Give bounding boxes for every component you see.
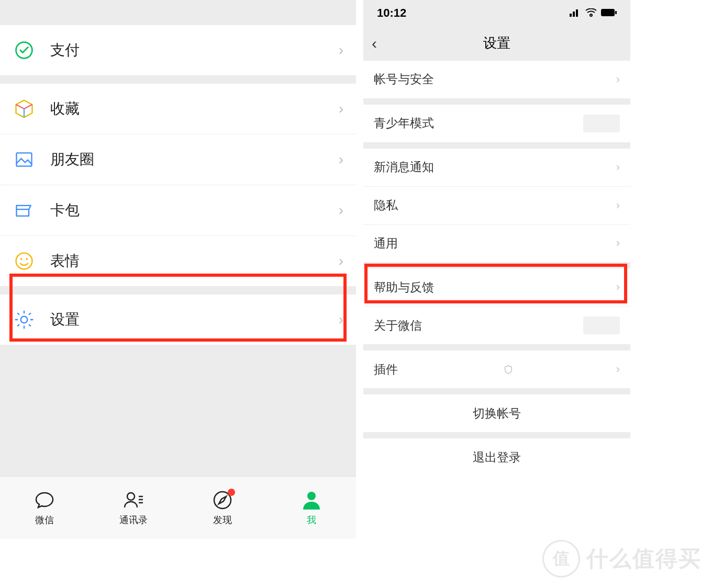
status-bar: 10:12: [363, 0, 630, 26]
row-pay[interactable]: 支付 ›: [0, 25, 356, 75]
row-label: 收藏: [50, 99, 339, 119]
svg-rect-10: [573, 12, 575, 17]
wallet-icon: [13, 199, 36, 222]
status-time: 10:12: [377, 6, 406, 20]
divider: [363, 262, 630, 268]
chevron-right-icon: ›: [339, 42, 343, 59]
svg-point-5: [21, 316, 28, 323]
divider: [0, 286, 356, 295]
divider: [0, 75, 356, 84]
row-label: 关于微信: [374, 318, 583, 334]
tab-me[interactable]: 我: [267, 477, 356, 539]
row-logout[interactable]: 退出登录: [363, 438, 630, 476]
divider: [363, 344, 630, 350]
divider: [363, 142, 630, 149]
tab-bar: 微信 通讯录 发现 我: [0, 476, 356, 539]
watermark-badge: 值: [542, 540, 580, 578]
person-icon: [301, 490, 322, 511]
row-label: 朋友圈: [50, 150, 339, 169]
divider: [363, 388, 630, 394]
chevron-right-icon: ›: [616, 236, 620, 250]
row-label: 表情: [50, 251, 339, 271]
svg-point-4: [26, 258, 28, 261]
redacted-value: [583, 316, 620, 334]
row-label: 支付: [50, 40, 339, 60]
chevron-right-icon: ›: [339, 151, 343, 168]
tab-discover[interactable]: 发现: [178, 477, 267, 539]
row-general[interactable]: 通用 ›: [363, 225, 630, 263]
row-label: 卡包: [50, 200, 339, 220]
chevron-right-icon: ›: [339, 100, 343, 117]
tab-label: 通讯录: [119, 514, 148, 526]
chevron-right-icon: ›: [616, 161, 620, 174]
tab-label: 发现: [213, 514, 232, 526]
chat-icon: [34, 490, 55, 511]
row-label: 帮助与反馈: [374, 279, 616, 296]
tab-chat[interactable]: 微信: [0, 477, 89, 539]
svg-point-3: [20, 258, 23, 261]
cube-icon: [13, 97, 36, 120]
row-switch-account[interactable]: 切换帐号: [363, 394, 630, 432]
svg-point-8: [307, 492, 316, 500]
chevron-right-icon: ›: [616, 73, 620, 86]
signal-icon: [570, 6, 581, 20]
row-notifications[interactable]: 新消息通知 ›: [363, 149, 630, 186]
smile-icon: [13, 250, 36, 273]
gear-icon: [13, 308, 36, 331]
back-button[interactable]: ‹: [372, 35, 393, 52]
chevron-right-icon: ›: [616, 199, 620, 212]
nav-title: 设置: [393, 34, 622, 52]
row-moments[interactable]: 朋友圈 ›: [0, 134, 356, 185]
row-stickers[interactable]: 表情 ›: [0, 236, 356, 286]
contacts-icon: [123, 490, 144, 511]
row-label: 插件: [374, 361, 499, 378]
tab-contacts[interactable]: 通讯录: [89, 477, 178, 539]
row-label: 新消息通知: [374, 159, 616, 175]
divider: [363, 432, 630, 438]
wifi-icon: [585, 6, 597, 20]
svg-point-6: [127, 493, 135, 500]
row-favorites[interactable]: 收藏 ›: [0, 84, 356, 134]
row-help-feedback[interactable]: 帮助与反馈 ›: [363, 268, 630, 306]
svg-rect-11: [576, 9, 578, 17]
row-label: 切换帐号: [473, 405, 521, 422]
row-label: 青少年模式: [374, 115, 583, 131]
tab-label: 我: [307, 514, 316, 526]
row-youth-mode[interactable]: 青少年模式: [363, 105, 630, 142]
status-indicators: [570, 6, 617, 20]
shield-icon: [504, 364, 514, 375]
chevron-right-icon: ›: [339, 311, 343, 328]
chevron-right-icon: ›: [339, 253, 343, 269]
divider: [0, 0, 356, 25]
chevron-right-icon: ›: [616, 363, 620, 376]
row-plugins[interactable]: 插件 ›: [363, 350, 630, 388]
chevron-right-icon: ›: [616, 280, 620, 294]
me-screen: 支付 › 收藏 › 朋友圈 › 卡包 ›: [0, 0, 356, 539]
row-label: 隐私: [374, 197, 616, 213]
row-cards[interactable]: 卡包 ›: [0, 185, 356, 235]
image-icon: [13, 148, 36, 171]
svg-rect-12: [601, 9, 615, 16]
badge-dot: [228, 489, 235, 496]
svg-rect-1: [16, 153, 31, 166]
row-label: 退出登录: [473, 449, 521, 466]
compass-icon: [212, 490, 233, 511]
chevron-right-icon: ›: [339, 202, 343, 219]
nav-bar: ‹ 设置: [363, 26, 630, 61]
svg-rect-13: [615, 11, 617, 14]
row-label: 帐号与安全: [374, 71, 616, 87]
row-about[interactable]: 关于微信: [363, 307, 630, 344]
row-privacy[interactable]: 隐私 ›: [363, 187, 630, 224]
settings-screen: 10:12 ‹ 设置 帐号与安全 › 青少年模式 新消息通知 ›: [363, 0, 630, 476]
svg-rect-9: [570, 14, 572, 17]
tab-label: 微信: [35, 514, 54, 526]
watermark: 值 什么值得买: [542, 540, 702, 578]
redacted-value: [583, 115, 620, 132]
watermark-text: 什么值得买: [586, 544, 702, 573]
svg-point-2: [16, 253, 32, 269]
row-account-security[interactable]: 帐号与安全 ›: [363, 61, 630, 98]
battery-icon: [601, 6, 617, 20]
row-settings[interactable]: 设置 ›: [0, 295, 356, 345]
divider: [363, 98, 630, 105]
row-label: 设置: [50, 310, 339, 330]
